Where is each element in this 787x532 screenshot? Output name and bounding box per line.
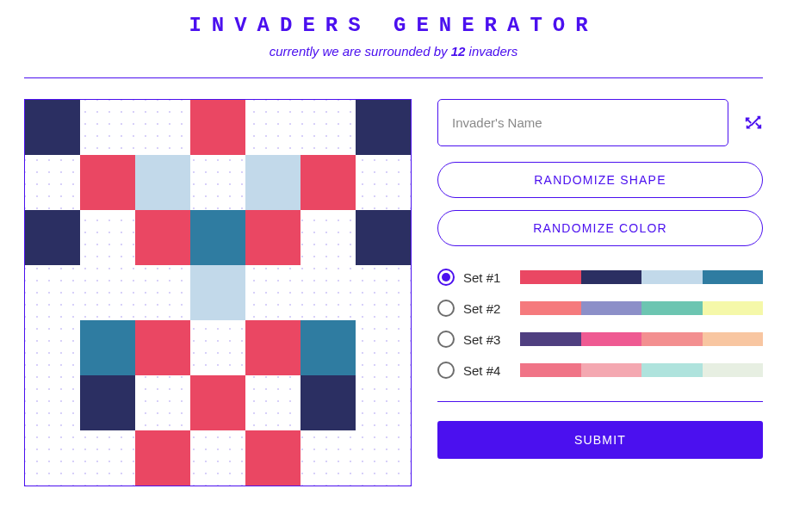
subtitle-prefix: currently we are surrounded by — [270, 44, 451, 59]
swatch — [520, 363, 581, 377]
swatch — [641, 301, 703, 315]
grid-cell[interactable] — [25, 210, 80, 265]
radio-icon[interactable] — [437, 300, 455, 317]
invader-count: 12 — [451, 44, 466, 59]
swatch — [703, 363, 764, 377]
grid-cell[interactable] — [301, 210, 356, 265]
color-set-option[interactable]: Set #4 — [437, 362, 763, 379]
grid-cell[interactable] — [80, 155, 135, 210]
grid-cell[interactable] — [80, 375, 135, 430]
grid-cell[interactable] — [190, 430, 245, 486]
grid-cell[interactable] — [25, 100, 80, 155]
color-set-label: Set #3 — [463, 332, 511, 347]
side-divider — [437, 401, 763, 402]
grid-cell[interactable] — [245, 375, 301, 430]
grid-cell[interactable] — [356, 100, 411, 155]
grid-cell[interactable] — [25, 430, 80, 486]
color-set-option[interactable]: Set #1 — [437, 269, 763, 286]
grid-cell[interactable] — [301, 155, 356, 210]
radio-icon[interactable] — [437, 269, 455, 286]
swatch — [581, 363, 642, 377]
grid-cell[interactable] — [80, 320, 135, 375]
grid-cell[interactable] — [301, 320, 356, 375]
color-set-label: Set #2 — [463, 301, 511, 316]
grid-cell[interactable] — [245, 430, 301, 486]
randomize-shape-button[interactable]: RANDOMIZE SHAPE — [437, 162, 763, 198]
swatch — [581, 301, 642, 315]
grid-cell[interactable] — [190, 100, 245, 155]
grid-cell[interactable] — [245, 100, 301, 155]
randomize-color-button[interactable]: RANDOMIZE COLOR — [437, 210, 763, 246]
swatch — [641, 270, 703, 284]
swatch-strip — [520, 301, 763, 315]
swatch-strip — [520, 270, 763, 284]
subtitle-suffix: invaders — [465, 44, 517, 59]
grid-cell[interactable] — [356, 265, 411, 320]
grid-cell[interactable] — [135, 100, 190, 155]
color-set-label: Set #4 — [463, 363, 511, 378]
shuffle-icon[interactable] — [744, 114, 763, 133]
swatch — [703, 301, 764, 315]
swatch — [581, 332, 642, 346]
swatch-strip — [520, 332, 763, 346]
grid-cell[interactable] — [190, 265, 245, 320]
divider — [24, 77, 763, 78]
swatch — [520, 301, 581, 315]
grid-cell[interactable] — [301, 265, 356, 320]
grid-cell[interactable] — [356, 210, 411, 265]
grid-cell[interactable] — [25, 375, 80, 430]
grid-cell[interactable] — [245, 320, 301, 375]
grid-cell[interactable] — [190, 320, 245, 375]
swatch — [520, 332, 581, 346]
grid-cell[interactable] — [190, 210, 245, 265]
grid-cell[interactable] — [301, 375, 356, 430]
grid-cell[interactable] — [245, 210, 301, 265]
radio-icon[interactable] — [437, 362, 455, 379]
color-set-option[interactable]: Set #3 — [437, 331, 763, 348]
color-set-label: Set #1 — [463, 270, 511, 285]
swatch — [641, 332, 703, 346]
grid-cell[interactable] — [80, 210, 135, 265]
grid-cell[interactable] — [301, 430, 356, 486]
grid-cell[interactable] — [135, 430, 190, 486]
grid-cell[interactable] — [80, 265, 135, 320]
swatch — [520, 270, 581, 284]
grid-cell[interactable] — [245, 265, 301, 320]
grid-cell[interactable] — [135, 210, 190, 265]
grid-cell[interactable] — [301, 100, 356, 155]
swatch — [703, 332, 764, 346]
name-input[interactable] — [437, 99, 728, 146]
grid-cell[interactable] — [245, 155, 301, 210]
grid-cell[interactable] — [135, 320, 190, 375]
grid-cell[interactable] — [190, 375, 245, 430]
swatch — [703, 270, 764, 284]
grid-cell[interactable] — [135, 265, 190, 320]
swatch — [581, 270, 642, 284]
grid-cell[interactable] — [356, 430, 411, 486]
grid-cell[interactable] — [25, 265, 80, 320]
submit-button[interactable]: SUBMIT — [437, 421, 763, 459]
swatch-strip — [520, 363, 763, 377]
grid-cell[interactable] — [356, 155, 411, 210]
grid-cell[interactable] — [356, 320, 411, 375]
grid-cell[interactable] — [80, 430, 135, 486]
invader-canvas[interactable] — [24, 99, 412, 486]
subtitle: currently we are surrounded by 12 invade… — [24, 44, 763, 59]
grid-cell[interactable] — [135, 155, 190, 210]
grid-cell[interactable] — [25, 155, 80, 210]
grid-cell[interactable] — [190, 155, 245, 210]
radio-icon[interactable] — [437, 331, 455, 348]
grid-cell[interactable] — [135, 375, 190, 430]
grid-cell[interactable] — [25, 320, 80, 375]
color-set-option[interactable]: Set #2 — [437, 300, 763, 317]
grid-cell[interactable] — [356, 375, 411, 430]
swatch — [641, 363, 703, 377]
page-title: INVADERS GENERATOR — [24, 0, 763, 37]
grid-cell[interactable] — [80, 100, 135, 155]
